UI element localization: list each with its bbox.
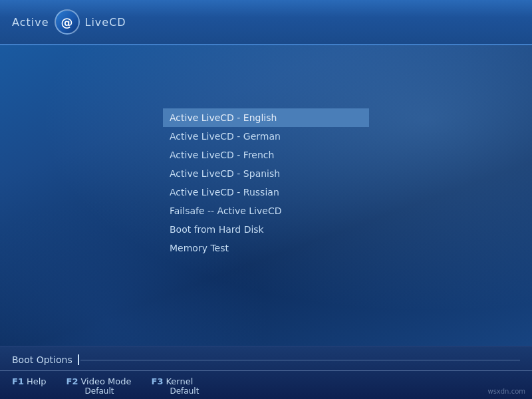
main-content: Active LiveCD - EnglishActive LiveCD - G… [0,45,532,346]
boot-options-row: Boot Options [0,346,532,371]
fn-default-f2: Default [66,386,114,396]
logo-text-active: Active [12,16,49,29]
logo-icon: @ [55,9,80,35]
fn-default-f3: Default [152,386,200,396]
fn-key-f2[interactable]: F2 [66,376,78,386]
boot-options-line [80,360,520,360]
fn-group-f1: F1Help [12,376,47,386]
logo-at-symbol: @ [61,15,73,29]
fn-label-f1: Help [27,376,47,386]
fn-keys-row: F1HelpF2Video ModeDefaultF3KernelDefault [0,371,532,396]
menu-item-russian[interactable]: Active LiveCD - Russian [163,183,369,201]
fn-label-f3: Kernel [166,376,193,386]
menu-item-french[interactable]: Active LiveCD - French [163,146,369,164]
menu-item-failsafe[interactable]: Failsafe -- Active LiveCD [163,201,369,220]
menu-item-spanish[interactable]: Active LiveCD - Spanish [163,164,369,183]
boot-options-label: Boot Options [12,354,72,365]
bottom-bar: Boot Options F1HelpF2Video ModeDefaultF3… [0,346,532,399]
watermark: wsxdn.com [487,388,525,395]
menu-item-memtest[interactable]: Memory Test [163,239,369,257]
fn-key-f3[interactable]: F3 [152,376,164,386]
fn-group-f2: F2Video ModeDefault [66,376,132,396]
fn-key-f1[interactable]: F1 [12,376,24,386]
menu-item-english[interactable]: Active LiveCD - English [163,108,369,127]
fn-group-f3: F3KernelDefault [152,376,200,396]
boot-options-cursor [78,354,79,365]
header-bar: Active @ LiveCD [0,0,532,45]
menu-item-harddisk[interactable]: Boot from Hard Disk [163,220,369,239]
fn-label-f2: Video Mode [81,376,132,386]
boot-menu: Active LiveCD - EnglishActive LiveCD - G… [163,108,369,257]
menu-item-german[interactable]: Active LiveCD - German [163,127,369,146]
logo-text-livecd: LiveCD [85,16,126,29]
logo: Active @ LiveCD [12,9,126,35]
